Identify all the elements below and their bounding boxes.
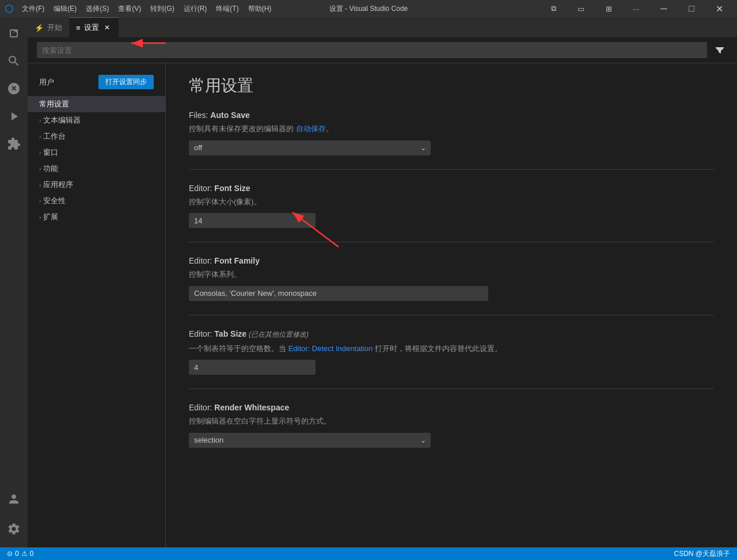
settings-nav-list: 常用设置 › 文本编辑器 › [28,92,165,225]
render-whitespace-title: Editor: Render Whitespace [189,403,714,412]
font-family-desc: 控制字体系列。 [189,269,714,280]
security-label: 安全性 [43,196,66,206]
menu-terminal[interactable]: 终端(T) [211,0,243,17]
auto-save-title: Files: Auto Save [189,111,714,120]
start-tab-label: 开始 [47,22,62,33]
chevron-right-icon-2: › [39,134,41,140]
activity-git-icon[interactable] [0,75,28,102]
settings-nav-security[interactable]: › 安全性 [28,193,165,209]
font-size-input[interactable] [189,213,316,228]
activity-files-icon[interactable] [0,20,28,47]
settings-tab-icon: ≡ [76,24,81,32]
activity-settings-icon[interactable] [0,515,28,543]
user-label: 用户 [39,77,54,87]
render-whitespace-select-wrapper: none boundary selection trailing all ⌄ [189,433,431,448]
menu-bar: 文件(F) 编辑(E) 选择(S) 查看(V) 转到(G) 运行(R) 终端(T… [17,0,276,17]
menu-select[interactable]: 选择(S) [81,0,113,17]
render-whitespace-select[interactable]: none boundary selection trailing all [189,433,431,448]
menu-help[interactable]: 帮助(H) [244,0,276,17]
auto-save-link[interactable]: 自动保存 [296,124,326,133]
activity-debug-icon[interactable] [0,102,28,130]
csdn-text: CSDN @天磊浪子 [674,549,730,559]
maximize-btn[interactable]: □ [678,0,705,17]
search-area [28,37,737,63]
font-size-desc: 控制字体大小(像素)。 [189,196,714,208]
menu-edit[interactable]: 编辑(E) [49,0,81,17]
statusbar-left: ⊝ 0 ⚠ 0 [5,550,36,558]
statusbar-right: CSDN @天磊浪子 [671,549,732,559]
warnings-count: 0 [30,550,34,558]
settings-main-content: 常用设置 Files: Auto Save 控制具有未保存更改的编辑器的 自动保… [166,63,737,547]
auto-save-select-wrapper: off afterDelay onFocusChange onWindowCha… [189,140,431,155]
layout-btn[interactable]: ⊞ [595,0,622,17]
warning-icon: ⚠ [21,550,28,558]
activity-extensions-icon[interactable] [0,130,28,158]
statusbar: ⊝ 0 ⚠ 0 CSDN @天磊浪子 [0,547,737,560]
sync-settings-btn[interactable]: 打开设置同步 [98,75,154,89]
detect-indentation-link[interactable]: Editor: Detect Indentation [288,344,373,353]
filter-icon-btn[interactable] [712,42,728,58]
chevron-right-icon-5: › [39,182,41,188]
titlebar: ⬡ 文件(F) 编辑(E) 选择(S) 查看(V) 转到(G) 运行(R) 终端… [0,0,737,17]
ellipsis-btn[interactable]: ··· [623,0,649,17]
activity-bar [0,17,28,547]
settings-nav-extensions[interactable]: › 扩展 [28,209,165,225]
menu-view[interactable]: 查看(V) [113,0,146,17]
settings-nav-sidebar: 用户 打开设置同步 常用设置 [28,63,166,547]
render-whitespace-desc: 控制编辑器在空白字符上显示符号的方式。 [189,416,714,427]
text-editor-label: 文本编辑器 [43,115,81,125]
settings-content-wrapper: 用户 打开设置同步 常用设置 [28,63,737,547]
settings-nav-workbench[interactable]: › 工作台 [28,128,165,144]
settings-nav-text-editor[interactable]: › 文本编辑器 [28,112,165,128]
font-family-input[interactable] [189,286,488,301]
chevron-right-icon-7: › [39,214,41,220]
chevron-right-icon-3: › [39,150,41,156]
settings-nav-common[interactable]: 常用设置 [28,96,165,112]
tab-start[interactable]: ⚡ 开始 [28,17,69,37]
settings-nav-features[interactable]: › 功能 [28,161,165,177]
errors-count: 0 [15,550,19,558]
close-btn[interactable]: ✕ [706,0,732,17]
application-label: 应用程序 [43,180,73,190]
window-controls: ⧉ ▭ ⊞ ··· ─ □ ✕ [540,0,732,17]
font-family-title: Editor: Font Family [189,256,714,265]
tabs-bar: ⚡ 开始 ≡ 设置 ✕ [28,17,737,37]
menu-goto[interactable]: 转到(G) [146,0,178,17]
menu-file[interactable]: 文件(F) [17,0,49,17]
settings-page-title: 常用设置 [189,75,714,97]
extensions-label: 扩展 [43,212,58,222]
settings-tab-close-btn[interactable]: ✕ [102,23,112,32]
auto-save-desc: 控制具有未保存更改的编辑器的 自动保存。 [189,123,714,135]
tab-size-title: Editor: Tab Size (已在其他位置修改) [189,329,714,340]
settings-nav-window[interactable]: › 窗口 [28,144,165,161]
settings-search-input[interactable] [37,42,707,58]
activity-search-icon[interactable] [0,47,28,75]
tab-size-input[interactable] [189,360,316,375]
setting-tab-size: Editor: Tab Size (已在其他位置修改) 一个制表符等于的空格数。… [189,329,714,390]
setting-render-whitespace: Editor: Render Whitespace 控制编辑器在空白字符上显示符… [189,403,714,462]
tab-size-desc: 一个制表符等于的空格数。当 Editor: Detect Indentation… [189,343,714,355]
csdn-watermark: CSDN @天磊浪子 [671,549,732,559]
window-title: 设置 - Visual Studio Code [329,4,408,14]
setting-font-family: Editor: Font Family 控制字体系列。 [189,256,714,315]
tab-settings[interactable]: ≡ 设置 ✕ [69,17,119,37]
auto-save-select[interactable]: off afterDelay onFocusChange onWindowCha… [189,140,431,155]
chevron-right-icon-6: › [39,198,41,204]
circle-icon: ⊝ [7,550,13,558]
toggle-sidebar-btn[interactable]: ▭ [568,0,594,17]
settings-tab-label: 设置 [84,22,99,33]
split-editor-btn[interactable]: ⧉ [540,0,567,17]
font-size-title: Editor: Font Size [189,184,714,193]
activity-account-icon[interactable] [0,485,28,513]
setting-auto-save: Files: Auto Save 控制具有未保存更改的编辑器的 自动保存。 of… [189,111,714,170]
main-area: 用户 打开设置同步 常用设置 [28,37,737,547]
errors-status[interactable]: ⊝ 0 ⚠ 0 [5,550,36,558]
start-tab-icon: ⚡ [35,24,44,32]
tab-size-modified-label: (已在其他位置修改) [249,330,309,338]
menu-run[interactable]: 运行(R) [179,0,212,17]
setting-font-size: ⚙ Editor: Font Size 控制字体大小(像素)。 [189,184,714,243]
common-settings-label: 常用设置 [39,99,69,109]
settings-nav-application[interactable]: › 应用程序 [28,177,165,193]
minimize-btn[interactable]: ─ [651,0,677,17]
vscode-logo-icon: ⬡ [5,2,14,15]
